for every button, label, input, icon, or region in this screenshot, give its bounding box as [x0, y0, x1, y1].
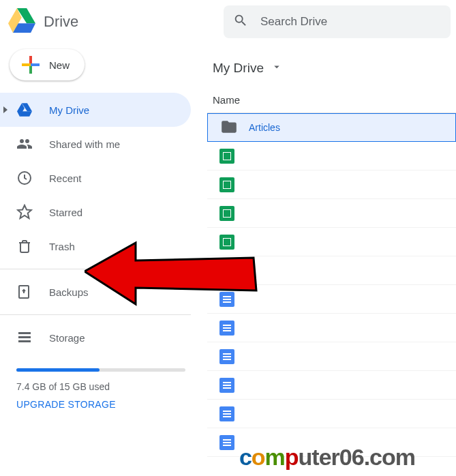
- sheets-icon: [219, 177, 234, 192]
- docs-icon: [219, 378, 234, 393]
- column-header-name[interactable]: Name: [207, 82, 456, 113]
- sidebar-item-label: Shared with me: [49, 138, 120, 150]
- sidebar-item-recent[interactable]: Recent: [0, 161, 191, 195]
- storage-icon: [16, 329, 33, 346]
- sidebar-item-storage[interactable]: Storage: [0, 321, 191, 355]
- sidebar-item-label: My Drive: [49, 104, 89, 116]
- backups-icon: [16, 284, 33, 300]
- storage-block: 7.4 GB of 15 GB used UPGRADE STORAGE: [0, 355, 202, 410]
- file-row[interactable]: [207, 285, 456, 314]
- divider: [0, 314, 191, 315]
- docs-icon: [219, 435, 234, 450]
- docs-icon: [219, 349, 234, 364]
- file-row[interactable]: [207, 199, 456, 228]
- sidebar-item-starred[interactable]: Starred: [0, 195, 191, 229]
- svg-rect-3: [18, 336, 31, 338]
- file-row[interactable]: [207, 142, 456, 170]
- breadcrumb-label: My Drive: [213, 61, 264, 76]
- sidebar-item-my-drive[interactable]: My Drive: [0, 93, 191, 127]
- docs-icon: [219, 321, 234, 336]
- svg-rect-4: [18, 340, 31, 342]
- sidebar-item-backups[interactable]: Backups: [0, 275, 191, 309]
- sidebar-nav: My Drive Shared with me Recent Starred: [0, 93, 202, 410]
- watermark: computer06.com: [239, 444, 415, 471]
- file-list: Articles: [207, 113, 456, 457]
- sheets-icon: [219, 235, 234, 250]
- storage-used-text: 7.4 GB of 15 GB used: [16, 381, 185, 392]
- breadcrumb[interactable]: My Drive: [207, 49, 456, 82]
- new-button[interactable]: New: [10, 49, 85, 80]
- sidebar: New My Drive Shared with me Rece: [0, 44, 202, 476]
- sidebar-item-label: Recent: [49, 173, 82, 184]
- drive-logo-icon: [16, 102, 33, 118]
- sidebar-item-shared[interactable]: Shared with me: [0, 127, 191, 161]
- divider: [0, 269, 191, 269]
- sidebar-item-label: Trash: [49, 241, 75, 252]
- sheets-icon: [219, 149, 234, 164]
- content-area: My Drive Name Articles: [202, 44, 456, 476]
- drawings-icon: [219, 263, 234, 278]
- file-row[interactable]: [207, 342, 456, 371]
- drive-logo-icon: [8, 7, 35, 37]
- logo-block[interactable]: Drive: [5, 7, 224, 37]
- svg-rect-2: [18, 332, 31, 334]
- search-input[interactable]: [260, 15, 441, 29]
- file-row[interactable]: [207, 400, 456, 428]
- clock-icon: [16, 170, 33, 186]
- file-row[interactable]: [207, 170, 456, 199]
- docs-icon: [219, 292, 234, 307]
- file-name: Articles: [249, 122, 280, 133]
- storage-label: Storage: [49, 332, 85, 344]
- docs-icon: [219, 406, 234, 421]
- sheets-icon: [219, 206, 234, 221]
- plus-icon: [22, 56, 40, 74]
- upgrade-storage-link[interactable]: UPGRADE STORAGE: [16, 399, 185, 410]
- file-row[interactable]: [207, 256, 456, 285]
- file-row[interactable]: [207, 371, 456, 400]
- star-icon: [16, 204, 33, 220]
- chevron-down-icon: [271, 61, 283, 76]
- search-bar[interactable]: [224, 5, 451, 38]
- search-icon[interactable]: [233, 13, 248, 31]
- storage-bar: [16, 368, 185, 372]
- sidebar-item-label: Starred: [49, 207, 82, 218]
- people-icon: [16, 136, 33, 152]
- sidebar-item-trash[interactable]: Trash: [0, 229, 191, 263]
- file-row[interactable]: [207, 228, 456, 256]
- expand-triangle-icon[interactable]: [3, 106, 7, 113]
- trash-icon: [16, 238, 33, 254]
- file-row[interactable]: Articles: [207, 113, 456, 142]
- folder-icon: [220, 118, 238, 138]
- file-row[interactable]: [207, 314, 456, 342]
- app-title: Drive: [44, 13, 78, 31]
- storage-bar-fill: [16, 368, 100, 372]
- sidebar-item-label: Backups: [49, 286, 89, 298]
- app-header: Drive: [0, 0, 456, 44]
- new-button-label: New: [49, 59, 70, 71]
